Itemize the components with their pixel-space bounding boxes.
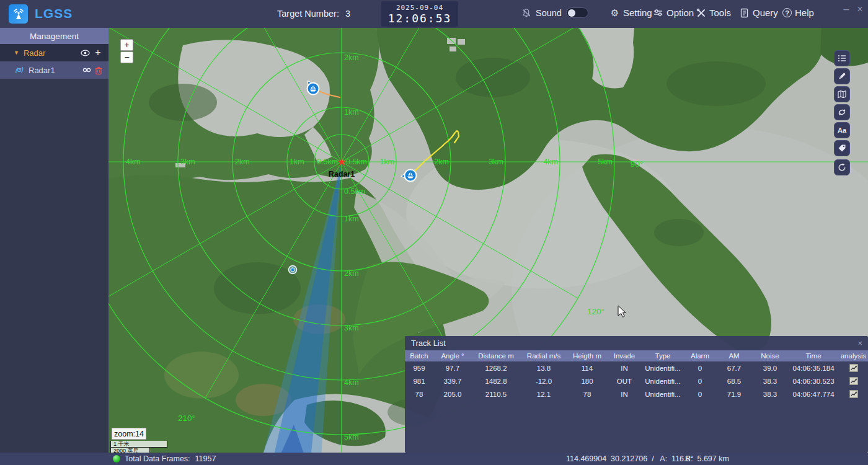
column-header: AM (716, 352, 752, 360)
track-cell: 04:06:30.523 (788, 378, 839, 385)
column-header: analysis (839, 352, 868, 360)
column-header: Alarm (684, 352, 716, 360)
track-cell: Unidentifi... (642, 365, 684, 372)
datetime-panel: 2025-09-04 12:06:53 (381, 1, 458, 27)
column-header: Heigth m (567, 352, 607, 360)
track-row[interactable]: 981339.71482.8-12.0180OUTUnidentifi...06… (405, 374, 868, 388)
menu-setting[interactable]: ⚙ Setting (609, 7, 652, 18)
track-cell: 2110.5 (472, 391, 520, 398)
track-cell: 67.7 (716, 365, 752, 372)
track-cell: 1482.8 (472, 378, 520, 385)
close-button[interactable]: × (854, 4, 866, 15)
app-title: LGSS (35, 6, 73, 21)
text-size-icon[interactable]: Aa (834, 122, 850, 138)
track-cell: 0 (684, 391, 716, 398)
tag-icon[interactable] (834, 140, 850, 156)
cursor-coordinates: 114.469904 30.212706 / A: 116.8° (566, 454, 693, 463)
menu-option[interactable]: Option (653, 7, 694, 18)
track-cell: 04:06:47.774 (788, 391, 839, 398)
track-cell: 39.0 (752, 365, 788, 372)
crossed-tools-icon (696, 7, 706, 18)
menu-tools[interactable]: Tools (696, 7, 731, 18)
current-time: 12:06:53 (388, 12, 452, 25)
tree-group-radar[interactable]: ▼ Radar + (0, 44, 108, 61)
track-cell: 71.9 (716, 391, 752, 398)
eye-icon[interactable] (79, 47, 91, 58)
document-icon (739, 7, 750, 18)
caret-down-icon: ▼ (14, 50, 19, 56)
map-icon[interactable] (834, 86, 850, 102)
track-cell: 0 (684, 365, 716, 372)
track-cell: 38.3 (752, 391, 788, 398)
track-list-header: BatchAngle °Distance mRadial m/sHeigth m… (405, 350, 868, 361)
pencil-icon[interactable] (834, 68, 850, 84)
target-number: Target Number:3 (277, 9, 350, 19)
sound-toggle[interactable] (566, 7, 588, 18)
sync-icon[interactable] (834, 104, 850, 120)
sliders-icon (653, 7, 663, 18)
track-cell: IN (607, 391, 642, 398)
track-cell: 205.0 (433, 391, 472, 398)
track-cell: OUT (607, 378, 642, 385)
column-header: Batch (405, 352, 433, 360)
track-cell: 04:06:35.184 (788, 365, 839, 372)
column-header: Type (642, 352, 684, 360)
analysis-chart-icon[interactable] (839, 390, 868, 398)
range-value: 5.697 km (697, 454, 728, 463)
scale-bar-km: 1 千米 (110, 441, 167, 448)
track-cell: 97.7 (433, 365, 472, 372)
list-icon[interactable] (834, 50, 850, 66)
track-marker[interactable] (401, 170, 417, 182)
track-trail (410, 131, 459, 175)
link-icon[interactable] (81, 64, 92, 76)
zoom-level-label: zoom:14 (112, 428, 146, 440)
current-date: 2025-09-04 (396, 4, 443, 12)
column-header: Distance m (472, 352, 520, 360)
track-cell: 959 (405, 365, 433, 372)
track-cell: 78 (567, 391, 607, 398)
track-row[interactable]: 95997.71268.213.8114INUnidentifi...067.7… (405, 361, 868, 374)
track-list-panel: Track List × BatchAngle °Distance mRadia… (405, 336, 868, 453)
track-cell: 114 (567, 365, 607, 372)
track-row[interactable]: 78205.02110.512.178INUnidentifi...071.93… (405, 388, 868, 401)
track-cell: -12.0 (520, 378, 567, 385)
column-header: Angle ° (433, 352, 472, 360)
track-list-close-icon[interactable]: × (857, 339, 862, 348)
track-marker[interactable] (289, 266, 297, 274)
total-data-frames: Total Data Frames:11957 (125, 454, 216, 463)
analysis-chart-icon[interactable] (839, 377, 868, 385)
track-list-body: 95997.71268.213.8114INUnidentifi...067.7… (405, 361, 868, 401)
track-cell: 38.3 (752, 378, 788, 385)
bell-slash-icon (521, 7, 531, 18)
sidebar-header: Management (0, 28, 108, 44)
tree-item-radar1[interactable]: Radar1 (0, 61, 108, 79)
track-cell: 68.5 (716, 378, 752, 385)
menu-help[interactable]: ? Help (782, 7, 814, 18)
track-cell: 12.1 (520, 391, 567, 398)
cursor-range: R: 5.697 km (685, 454, 729, 463)
analysis-chart-icon[interactable] (839, 364, 868, 372)
track-cell: Unidentifi... (642, 378, 684, 385)
app-logo-icon (9, 4, 28, 24)
connection-status-icon (113, 455, 120, 463)
menu-query[interactable]: Query (739, 7, 778, 18)
map-zoom-in-button[interactable]: + (120, 39, 133, 51)
column-header: Noise (752, 352, 788, 360)
track-cell: 1268.2 (472, 365, 520, 372)
radar-device-icon (14, 64, 25, 76)
scale-bar-ft: 2000 英尺 (110, 448, 150, 453)
trash-icon[interactable] (93, 64, 104, 76)
sidebar: Management ▼ Radar + Radar1 (0, 28, 108, 453)
question-icon: ? (782, 8, 792, 17)
minimize-button[interactable]: – (841, 4, 852, 15)
frames-value: 11957 (195, 454, 216, 463)
add-radar-icon[interactable]: + (92, 47, 104, 58)
track-cell: 78 (405, 391, 433, 398)
track-cell: Unidentifi... (642, 391, 684, 398)
refresh-icon[interactable] (834, 159, 850, 175)
track-marker[interactable] (305, 79, 319, 95)
track-cell: 981 (405, 378, 433, 385)
map-zoom-out-button[interactable]: − (120, 51, 133, 63)
column-header: Invade (607, 352, 642, 360)
target-number-value: 3 (345, 9, 350, 19)
